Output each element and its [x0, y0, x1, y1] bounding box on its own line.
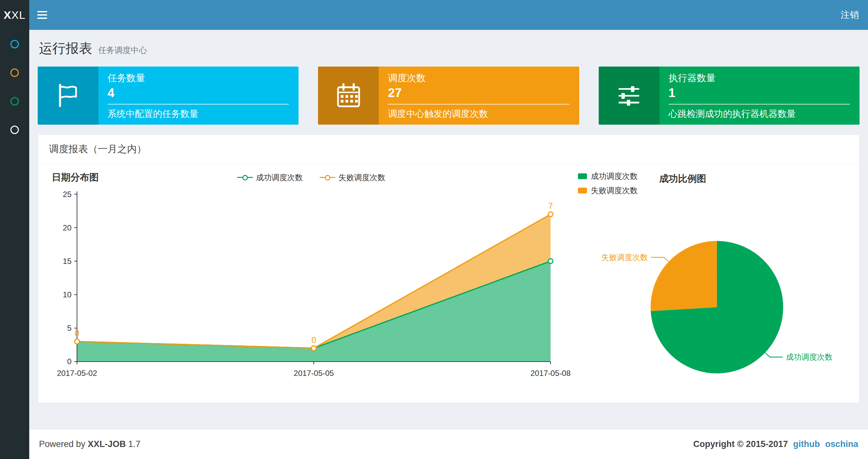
- product-name: XXL-JOB: [88, 439, 126, 449]
- line-marker-icon: [237, 174, 253, 181]
- pie-chart-title: 成功比例图: [659, 172, 706, 185]
- footer: Powered by XXL-JOB 1.7 Copyright © 2015-…: [29, 429, 868, 459]
- sidebar-item-2[interactable]: [0, 59, 29, 87]
- hamburger-icon[interactable]: [29, 0, 55, 30]
- info-box-content: 任务数量 4 系统中配置的任务数量: [98, 67, 299, 125]
- legend-label: 失败调度次数: [339, 172, 385, 183]
- info-box-desc: 调度中心触发的调度次数: [388, 108, 569, 120]
- footer-right: Copyright © 2015-2017 github oschina: [693, 439, 858, 449]
- legend-label: 成功调度次数: [256, 172, 303, 183]
- info-box-label: 任务数量: [107, 72, 289, 85]
- legend-label: 成功调度次数: [591, 171, 638, 182]
- hamburger-bar: [37, 14, 47, 15]
- info-box-icon-area: [318, 67, 379, 125]
- svg-text:0: 0: [75, 328, 79, 337]
- svg-text:失败调度次数: 失败调度次数: [601, 253, 648, 262]
- circle-o-icon: [10, 40, 19, 48]
- info-box-jobs: 任务数量 4 系统中配置的任务数量: [38, 67, 299, 125]
- info-box-divider: [669, 104, 850, 104]
- product-version: 1.7: [128, 439, 141, 449]
- pie-chart: 成功调度次数失败调度次数: [578, 196, 853, 396]
- circle-o-icon: [10, 126, 19, 134]
- info-box-icon-area: [599, 67, 659, 125]
- main-content: 运行报表 任务调度中心 任务数量 4 系统中配置的任务数量: [29, 30, 868, 429]
- powered-prefix: Powered by: [39, 439, 86, 449]
- logo-text-bold: X: [4, 9, 11, 22]
- svg-text:2017-05-08: 2017-05-08: [530, 369, 571, 378]
- flag-icon: [55, 82, 82, 109]
- distribution-chart-title: 日期分布图: [52, 171, 99, 184]
- svg-text:25: 25: [63, 190, 71, 199]
- chart-legend: 成功调度次数 失败调度次数: [44, 168, 578, 183]
- info-box-divider: [388, 104, 569, 104]
- sidebar-item-1[interactable]: [0, 30, 29, 59]
- info-boxes: 任务数量 4 系统中配置的任务数量: [38, 67, 860, 125]
- sidebar-item-4[interactable]: [0, 116, 29, 144]
- svg-text:7: 7: [548, 201, 553, 210]
- calendar-icon: [335, 82, 362, 109]
- info-box-value: 4: [107, 86, 289, 100]
- copyright: Copyright © 2015-2017: [693, 439, 788, 449]
- info-box-value: 27: [388, 86, 569, 100]
- info-box-value: 1: [669, 86, 850, 100]
- distribution-chart: 05101520252017-05-022017-05-052017-05-08…: [44, 187, 578, 388]
- svg-text:20: 20: [63, 223, 71, 232]
- info-box-icon-area: [38, 67, 98, 125]
- legend-label: 失败调度次数: [591, 185, 638, 196]
- svg-text:成功调度次数: 成功调度次数: [786, 353, 833, 361]
- line-marker-icon: [320, 174, 335, 181]
- info-box-divider: [107, 104, 289, 104]
- circle-o-icon: [10, 68, 19, 77]
- legend-swatch-icon: [578, 188, 587, 194]
- sidebar: [0, 30, 29, 459]
- legend-item-success[interactable]: 成功调度次数: [237, 172, 303, 183]
- page-title: 运行报表: [39, 41, 92, 56]
- report-panel: 调度报表（一月之内） 日期分布图 成功调度次数 失败调度次数: [38, 134, 860, 403]
- content-header: 运行报表 任务调度中心: [29, 30, 868, 59]
- info-box-executors: 执行器数量 1 心跳检测成功的执行器机器数量: [599, 67, 860, 125]
- distribution-chart-header: 日期分布图 成功调度次数 失败调度次数: [44, 168, 578, 187]
- pie-legend-item-fail[interactable]: 失败调度次数: [578, 185, 638, 196]
- pie-chart-section: 成功调度次数 失败调度次数 成功比例图 成功调度次数失败调度次数: [578, 168, 853, 396]
- logo[interactable]: XXL: [0, 0, 29, 30]
- github-link[interactable]: github: [793, 439, 820, 449]
- powered-by: Powered by XXL-JOB 1.7: [39, 439, 140, 449]
- sliders-icon: [615, 82, 643, 109]
- svg-text:10: 10: [63, 290, 71, 299]
- info-box-content: 调度次数 27 调度中心触发的调度次数: [379, 67, 579, 125]
- info-box-label: 调度次数: [388, 72, 569, 85]
- logout-button[interactable]: 注销: [832, 0, 868, 30]
- info-box-content: 执行器数量 1 心跳检测成功的执行器机器数量: [659, 67, 860, 125]
- info-box-label: 执行器数量: [669, 72, 850, 85]
- hamburger-bar: [37, 11, 47, 12]
- legend-swatch-icon: [578, 173, 587, 179]
- svg-text:2017-05-05: 2017-05-05: [294, 369, 334, 378]
- pie-legend: 成功调度次数 失败调度次数: [578, 171, 638, 196]
- distribution-chart-section: 日期分布图 成功调度次数 失败调度次数 0510152: [44, 168, 578, 396]
- svg-text:5: 5: [67, 324, 71, 332]
- logo-text: XL: [11, 9, 26, 22]
- legend-item-fail[interactable]: 失败调度次数: [320, 172, 385, 183]
- pie-legend-item-success[interactable]: 成功调度次数: [578, 171, 638, 182]
- svg-text:0: 0: [312, 335, 316, 345]
- circle-o-icon: [10, 97, 19, 105]
- topbar: XXL 注销: [0, 0, 868, 30]
- info-box-triggers: 调度次数 27 调度中心触发的调度次数: [318, 67, 579, 125]
- svg-text:2017-05-02: 2017-05-02: [57, 369, 97, 378]
- sidebar-item-3[interactable]: [0, 87, 29, 116]
- info-box-desc: 心跳检测成功的执行器机器数量: [669, 108, 850, 120]
- page-subtitle: 任务调度中心: [98, 45, 147, 55]
- panel-title: 调度报表（一月之内）: [38, 135, 859, 164]
- info-box-desc: 系统中配置的任务数量: [107, 108, 289, 120]
- pie-chart-header: 成功调度次数 失败调度次数 成功比例图: [578, 168, 853, 196]
- oschina-link[interactable]: oschina: [825, 439, 858, 449]
- app: XXL 注销 运行报表 任务调度中心: [0, 0, 868, 459]
- hamburger-bar: [37, 18, 47, 19]
- panel-body: 日期分布图 成功调度次数 失败调度次数 0510152: [38, 164, 859, 396]
- svg-text:15: 15: [63, 257, 71, 265]
- svg-text:0: 0: [67, 357, 71, 366]
